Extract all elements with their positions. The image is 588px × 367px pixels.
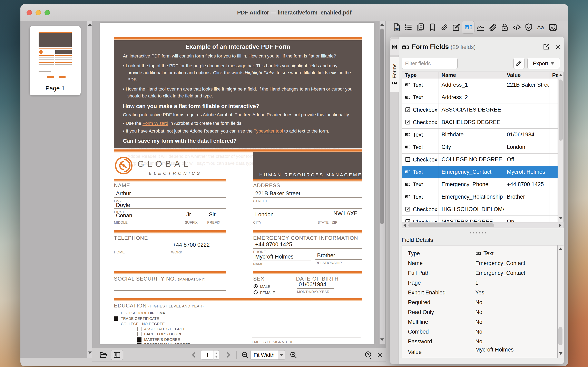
ssn-field[interactable] [114, 290, 226, 291]
table-row[interactable]: Text Address_2 [402, 91, 558, 104]
previous-page-button[interactable] [190, 350, 198, 360]
sidebar-scrollbar[interactable] [87, 21, 92, 358]
table-scroll-left-arrow[interactable] [403, 224, 406, 227]
attachment-icon[interactable] [488, 23, 497, 32]
pdf-document-icon[interactable]: PDF [392, 23, 401, 32]
details-scroll-up-arrow[interactable] [559, 248, 562, 250]
home-phone-field[interactable] [114, 249, 167, 249]
signature-field[interactable] [252, 337, 361, 337]
table-row[interactable]: Checkbox ASSOCIATES DEGREE [402, 104, 558, 116]
zoom-mode-select-arrow[interactable] [278, 350, 285, 360]
pdf-scroll-up-arrow[interactable] [380, 23, 384, 26]
male-radio[interactable] [254, 284, 258, 288]
page-stepper-up[interactable] [215, 352, 218, 354]
filter-fields-input[interactable]: Filter fields... [402, 58, 458, 69]
image-icon[interactable] [548, 23, 557, 32]
shield-check-icon[interactable] [524, 23, 533, 32]
middle-name-field[interactable]: Conan [116, 212, 132, 219]
bachelors-degree-checkbox[interactable] [137, 332, 141, 336]
table-row[interactable]: Checkbox COLLEGE NO DEGREEOff [402, 153, 558, 166]
table-row-selected[interactable]: Text Emergency_ContactMycroft Holmes [402, 166, 558, 178]
column-header-type[interactable]: Type [402, 72, 439, 79]
table-scroll-right-arrow[interactable] [559, 224, 562, 227]
annotation-icon[interactable] [452, 23, 461, 32]
open-in-window-icon[interactable] [542, 43, 550, 51]
close-viewer-button[interactable] [375, 350, 384, 360]
next-page-button[interactable] [224, 350, 232, 360]
code-icon[interactable] [512, 23, 521, 32]
last-name-field[interactable]: Arthur [116, 191, 131, 197]
bookmark-icon[interactable] [428, 23, 437, 32]
high-school-diploma-checkbox[interactable] [114, 311, 118, 315]
form-field-icon[interactable] [464, 23, 473, 32]
close-panel-icon[interactable] [555, 43, 562, 50]
emergency-name-field[interactable]: Mycroft Holmes [255, 254, 294, 260]
sidebar-scroll-down-arrow[interactable] [88, 351, 92, 354]
prefix-field[interactable]: Sir [209, 211, 216, 218]
associates-degree-checkbox[interactable] [137, 327, 141, 331]
first-name-field[interactable]: Doyle [116, 202, 130, 208]
table-scrollbar-thumb[interactable] [559, 80, 563, 141]
outline-list-icon[interactable] [404, 23, 413, 32]
page-stepper-down[interactable] [215, 356, 218, 358]
dob-field[interactable]: 01/06/1984 [299, 281, 326, 288]
signature-icon[interactable] [476, 23, 485, 32]
table-row[interactable]: Text Emergency_Phone+44 8700 1425 [402, 178, 558, 191]
city-field[interactable]: London [255, 211, 274, 218]
details-scrollbar-thumb[interactable] [558, 327, 562, 345]
sidebar-toggle-button[interactable] [111, 350, 123, 360]
zoom-out-button[interactable] [240, 350, 250, 360]
table-row[interactable]: Checkbox HIGH SCHOOL DIPLOMA [402, 203, 558, 216]
state-field[interactable] [318, 219, 329, 219]
suffix-field[interactable]: Jr. [186, 211, 192, 218]
page-stepper[interactable] [214, 350, 219, 360]
trade-certificate-checkbox[interactable] [114, 317, 118, 321]
table-h-scrollbar[interactable] [402, 222, 563, 228]
page-thumbnail[interactable]: Page 1 [30, 26, 81, 95]
typewriter-tool-link[interactable]: Typewriter tool [254, 128, 283, 133]
female-radio[interactable] [254, 290, 258, 294]
pdf-scrollbar-thumb[interactable] [380, 29, 384, 224]
zoom-in-button[interactable] [289, 350, 298, 360]
page-number-input[interactable]: 1 [201, 350, 214, 360]
column-header-name[interactable]: Name [439, 72, 504, 79]
table-scroll-down-arrow[interactable] [559, 217, 563, 219]
masters-degree-checkbox[interactable] [137, 337, 141, 342]
table-row[interactable]: Text CityLondon [402, 141, 558, 153]
zip-field[interactable]: NW1 6XE [333, 210, 358, 217]
pdf-scroll-down-arrow[interactable] [380, 338, 384, 341]
street2-field[interactable] [253, 208, 362, 209]
table-scrollbar[interactable] [558, 72, 563, 222]
export-button[interactable]: Export [527, 58, 560, 69]
lock-icon[interactable] [500, 23, 509, 32]
work-phone-field[interactable]: +44 8700 0222 [173, 242, 210, 248]
tab-forms[interactable]: Forms [390, 57, 399, 92]
table-row[interactable]: Checkbox MASTERS DEGREEOn [402, 216, 558, 222]
highlight-fields-button[interactable] [513, 58, 525, 69]
table-row[interactable]: Text Address_1221B Baker Street [402, 79, 558, 91]
fonts-icon[interactable]: Aa [536, 23, 545, 32]
details-scrollbar[interactable] [557, 245, 563, 358]
open-file-button[interactable] [98, 350, 108, 360]
tab-dashboard[interactable] [390, 39, 399, 55]
street-field[interactable]: 221B Baker Street [255, 191, 300, 197]
column-header-value[interactable]: Value [504, 72, 549, 79]
help-button[interactable] [363, 350, 373, 360]
sidebar-scroll-up-arrow[interactable] [88, 23, 92, 26]
table-row[interactable]: Checkbox BACHELORS DEGREE [402, 116, 558, 128]
table-row[interactable]: Text Birthdate01/06/1984 [402, 128, 558, 141]
form-wizard-link[interactable]: Form Wizard [143, 121, 168, 126]
link-icon[interactable] [440, 23, 449, 32]
emergency-relationship-field[interactable]: Brother [317, 252, 335, 259]
table-row[interactable]: Text Emergency_RelationshipBrother [402, 191, 558, 203]
details-scroll-down-arrow[interactable] [559, 352, 562, 355]
table-scroll-up-arrow[interactable] [559, 74, 563, 76]
pages-icon[interactable] [416, 23, 425, 32]
college-no-degree-checkbox[interactable] [114, 322, 118, 326]
pdf-scrollbar[interactable] [379, 21, 385, 344]
column-header-page[interactable]: Pa [549, 72, 558, 79]
zoom-mode-select[interactable]: Fit Width [251, 350, 278, 360]
panel-resize-handle[interactable] [469, 232, 487, 234]
emergency-phone-field[interactable]: +44 8700 1425 [255, 242, 292, 248]
professional-degree-checkbox[interactable] [137, 342, 141, 344]
